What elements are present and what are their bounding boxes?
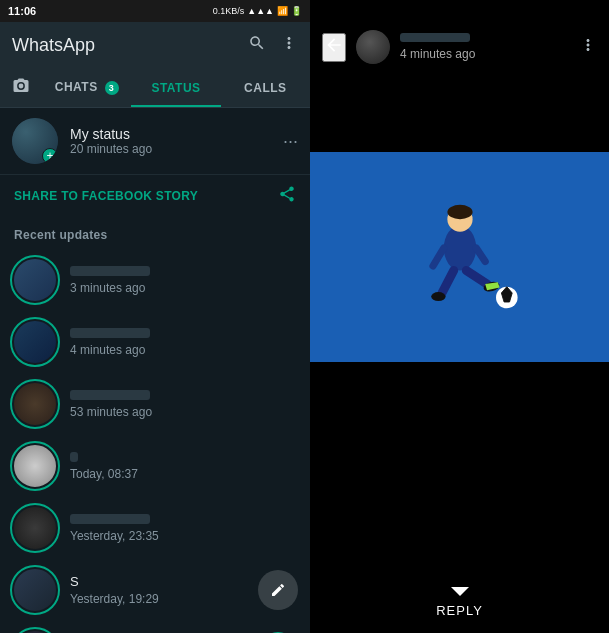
update-time-2: 4 minutes ago xyxy=(70,343,298,357)
reply-label[interactable]: REPLY xyxy=(436,603,483,618)
my-status-avatar: + xyxy=(12,118,58,164)
svg-point-0 xyxy=(443,226,475,271)
contact-name-5 xyxy=(70,514,150,524)
my-status-row[interactable]: + My status 20 minutes ago ··· xyxy=(0,108,310,175)
contact-info: 4 minutes ago xyxy=(400,33,475,61)
my-status-name: My status xyxy=(70,126,283,142)
calls-tab[interactable]: CALLS xyxy=(221,69,310,107)
svg-line-4 xyxy=(476,248,485,262)
network-speed: 0.1KB/s xyxy=(213,6,245,16)
update-time-4: Today, 08:37 xyxy=(70,467,298,481)
update-item-5[interactable]: Yesterday, 23:35 xyxy=(0,497,310,559)
status-tab[interactable]: STATUS xyxy=(131,69,220,107)
more-menu-button[interactable] xyxy=(280,34,298,57)
battery-icon: 🔋 xyxy=(291,6,302,16)
contact-name-4 xyxy=(70,452,78,462)
update-time-5: Yesterday, 23:35 xyxy=(70,529,298,543)
update-info-6: S Yesterday, 19:29 xyxy=(70,574,258,606)
app-title: WhatsApp xyxy=(12,35,95,56)
edit-status-button[interactable] xyxy=(258,570,298,610)
avatar-img-1 xyxy=(12,257,58,303)
my-status-info: My status 20 minutes ago xyxy=(70,126,283,156)
svg-line-3 xyxy=(433,248,444,266)
soccer-player-svg xyxy=(370,167,550,347)
update-info-3: 53 minutes ago xyxy=(70,390,298,419)
my-status-more-btn[interactable]: ··· xyxy=(283,131,298,152)
right-panel: 4 minutes ago xyxy=(310,0,609,633)
avatar-ring-4 xyxy=(12,443,58,489)
right-status-bar xyxy=(310,0,609,22)
update-item-6[interactable]: S Yesterday, 19:29 xyxy=(0,559,310,621)
avatar-img-3 xyxy=(12,381,58,427)
avatar-ring-2 xyxy=(12,319,58,365)
story-bottom-black xyxy=(310,362,609,573)
right-header: 4 minutes ago xyxy=(310,22,609,72)
update-info-5: Yesterday, 23:35 xyxy=(70,514,298,543)
contact-name-blur xyxy=(400,33,470,42)
update-time-3: 53 minutes ago xyxy=(70,405,298,419)
signal-icon: ▲▲▲ xyxy=(247,6,274,16)
right-more-button[interactable] xyxy=(579,36,597,59)
tabs-bar: CHATS 3 STATUS CALLS xyxy=(0,68,310,108)
avatar-img-6 xyxy=(12,567,58,613)
contact-name-2 xyxy=(70,328,150,338)
section-title: Recent updates xyxy=(14,228,108,242)
recent-updates-header: Recent updates xyxy=(0,217,310,249)
left-panel: 11:06 0.1KB/s ▲▲▲ 📶 🔋 WhatsApp xyxy=(0,0,310,633)
reply-chevron-icon xyxy=(451,583,469,599)
avatar-img-5 xyxy=(12,505,58,551)
add-status-badge: + xyxy=(42,148,58,164)
update-item-1[interactable]: 3 minutes ago xyxy=(0,249,310,311)
avatar-ring-7 xyxy=(12,629,58,633)
contact-name-1 xyxy=(70,266,150,276)
avatar-img-2 xyxy=(12,319,58,365)
update-item-2[interactable]: 4 minutes ago xyxy=(0,311,310,373)
avatar-img-7 xyxy=(12,629,58,633)
back-button[interactable] xyxy=(322,33,346,62)
status-content: + My status 20 minutes ago ··· SHARE TO … xyxy=(0,108,310,633)
svg-point-2 xyxy=(447,205,472,219)
wifi-icon: 📶 xyxy=(277,6,288,16)
contact-name-text-6: S xyxy=(70,574,258,589)
status-icons: 0.1KB/s ▲▲▲ 📶 🔋 xyxy=(213,6,302,16)
share-facebook-row[interactable]: SHARE TO FACEBOOK STORY xyxy=(0,175,310,217)
share-facebook-text: SHARE TO FACEBOOK STORY xyxy=(14,189,198,203)
search-button[interactable] xyxy=(248,34,266,57)
avatar-ring-5 xyxy=(12,505,58,551)
avatar-img-4 xyxy=(12,443,58,489)
right-header-left: 4 minutes ago xyxy=(322,30,475,64)
header-icons xyxy=(248,34,298,57)
update-item-7[interactable]: J Yesterday, 18:11 xyxy=(0,621,310,633)
story-image xyxy=(310,152,609,362)
contact-avatar-image xyxy=(356,30,390,64)
update-info-1: 3 minutes ago xyxy=(70,266,298,295)
story-area xyxy=(310,72,609,573)
share-icon xyxy=(278,185,296,207)
svg-line-6 xyxy=(466,271,487,285)
contact-status-time: 4 minutes ago xyxy=(400,47,475,61)
time-display: 11:06 xyxy=(8,5,36,17)
reply-bar[interactable]: REPLY xyxy=(310,573,609,633)
update-item-3[interactable]: 53 minutes ago xyxy=(0,373,310,435)
camera-tab-icon[interactable] xyxy=(0,77,42,99)
svg-point-7 xyxy=(431,292,445,301)
update-time-1: 3 minutes ago xyxy=(70,281,298,295)
story-top-black xyxy=(310,72,609,152)
avatar-ring-6 xyxy=(12,567,58,613)
update-info-4: Today, 08:37 xyxy=(70,452,298,481)
chats-tab[interactable]: CHATS 3 xyxy=(42,68,131,107)
chats-badge: 3 xyxy=(105,81,119,95)
update-info-2: 4 minutes ago xyxy=(70,328,298,357)
avatar-ring-1 xyxy=(12,257,58,303)
contact-avatar xyxy=(356,30,390,64)
app-header: WhatsApp xyxy=(0,22,310,68)
update-time-6: Yesterday, 19:29 xyxy=(70,592,258,606)
status-bar: 11:06 0.1KB/s ▲▲▲ 📶 🔋 xyxy=(0,0,310,22)
contact-name-3 xyxy=(70,390,150,400)
avatar-ring-3 xyxy=(12,381,58,427)
my-status-time: 20 minutes ago xyxy=(70,142,283,156)
update-item-4[interactable]: Today, 08:37 xyxy=(0,435,310,497)
svg-line-5 xyxy=(442,271,454,294)
